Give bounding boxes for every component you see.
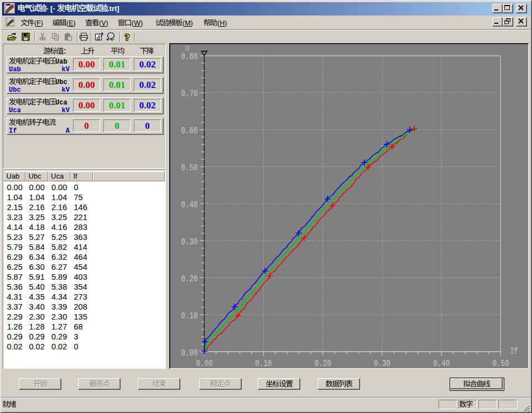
svg-text:Uca: Uca: [51, 172, 64, 180]
svg-text:Uca: Uca: [55, 99, 67, 107]
svg-text:0.80: 0.80: [181, 52, 198, 62]
svg-text:0: 0: [74, 342, 79, 351]
svg-text:0: 0: [114, 121, 119, 131]
svg-text:If: If: [74, 172, 78, 180]
svg-text:2.16: 2.16: [51, 203, 67, 212]
svg-text:3.40: 3.40: [29, 302, 45, 311]
svg-text:3.23: 3.23: [7, 213, 23, 222]
svg-text:5.25: 5.25: [51, 233, 67, 242]
svg-text:5.36: 5.36: [7, 283, 23, 291]
svg-text:0.02: 0.02: [7, 342, 23, 351]
svg-text:0.02: 0.02: [139, 80, 156, 90]
svg-text:3.39: 3.39: [51, 302, 67, 311]
svg-text:1.26: 1.26: [7, 322, 23, 331]
svg-text:If: If: [510, 347, 518, 357]
svg-text:1.04: 1.04: [29, 193, 45, 202]
svg-text:221: 221: [74, 213, 87, 222]
svg-text:0.00: 0.00: [181, 348, 198, 358]
svg-text:3.37: 3.37: [7, 302, 23, 311]
svg-text:0.00: 0.00: [196, 359, 212, 369]
svg-text:6.34: 6.34: [29, 253, 45, 262]
svg-text:5.38: 5.38: [51, 283, 67, 291]
svg-text:273: 273: [74, 292, 87, 301]
svg-text:?: ?: [125, 32, 130, 43]
svg-text:146: 146: [74, 203, 87, 212]
svg-text:464: 464: [74, 253, 87, 262]
svg-text:454: 454: [74, 263, 87, 271]
svg-text:4.18: 4.18: [29, 223, 45, 232]
svg-text:(H): (H): [217, 19, 227, 27]
svg-text:.trt]: .trt]: [107, 4, 119, 13]
svg-text:(M): (M): [182, 19, 193, 27]
svg-text:68: 68: [74, 322, 83, 331]
svg-text:0.70: 0.70: [181, 89, 198, 99]
svg-text:4.35: 4.35: [29, 292, 45, 301]
svg-text:Uca: Uca: [9, 107, 21, 114]
svg-text:(E): (E): [66, 19, 76, 27]
svg-text:2.29: 2.29: [7, 312, 23, 321]
svg-text:5.87: 5.87: [7, 273, 23, 281]
svg-text:3.25: 3.25: [29, 213, 45, 222]
svg-text:0.20: 0.20: [181, 274, 198, 284]
svg-text:Ubc: Ubc: [9, 86, 21, 94]
svg-text:0.29: 0.29: [51, 332, 67, 341]
svg-text:0.50: 0.50: [181, 163, 198, 173]
svg-text:5.82: 5.82: [51, 243, 67, 252]
svg-text:2.30: 2.30: [51, 312, 67, 321]
svg-text:414: 414: [74, 243, 87, 252]
svg-text:Uab: Uab: [9, 66, 21, 74]
svg-text:5.79: 5.79: [7, 243, 23, 252]
svg-text:6.32: 6.32: [51, 253, 67, 262]
svg-text:0.02: 0.02: [139, 59, 156, 70]
svg-text:3.25: 3.25: [51, 213, 67, 222]
svg-text:U: U: [186, 44, 190, 53]
svg-text:0.00: 0.00: [79, 59, 95, 70]
svg-text:0.00: 0.00: [79, 80, 95, 90]
svg-text:(W): (W): [132, 19, 143, 27]
svg-text:A: A: [66, 127, 70, 135]
svg-text:1.28: 1.28: [29, 322, 45, 331]
svg-text:5.91: 5.91: [29, 273, 45, 281]
svg-text:5.40: 5.40: [29, 283, 45, 291]
svg-text:1.04: 1.04: [7, 193, 23, 202]
svg-text:403: 403: [74, 273, 87, 281]
svg-text:75: 75: [74, 193, 83, 202]
svg-text:4.16: 4.16: [51, 223, 67, 232]
svg-text:283: 283: [74, 223, 87, 232]
svg-text:0.00: 0.00: [7, 183, 23, 192]
svg-text:0: 0: [74, 183, 79, 192]
svg-text:0: 0: [145, 121, 150, 131]
svg-text:6.30: 6.30: [29, 263, 45, 271]
svg-text:(V): (V): [99, 19, 108, 27]
svg-text:208: 208: [74, 302, 87, 311]
svg-text:kV: kV: [62, 66, 70, 74]
svg-text:1.27: 1.27: [51, 322, 67, 331]
svg-text:0.30: 0.30: [374, 359, 390, 369]
svg-text:4.14: 4.14: [7, 223, 23, 232]
svg-text:0.50: 0.50: [492, 359, 509, 369]
svg-text:0.40: 0.40: [433, 359, 450, 369]
svg-text:2.30: 2.30: [29, 312, 45, 321]
svg-text:0.00: 0.00: [51, 183, 67, 192]
svg-text:kV: kV: [62, 86, 70, 94]
svg-text:5.84: 5.84: [29, 243, 45, 252]
svg-text:0.01: 0.01: [109, 100, 126, 111]
svg-text:Uab: Uab: [7, 172, 20, 180]
svg-text:5.27: 5.27: [29, 233, 45, 242]
svg-text:5.89: 5.89: [51, 273, 67, 281]
svg-text:4.31: 4.31: [7, 292, 23, 301]
svg-text:5.23: 5.23: [7, 233, 23, 242]
svg-text:0.01: 0.01: [109, 80, 126, 90]
svg-text:(F): (F): [34, 19, 43, 27]
svg-text:kV: kV: [62, 107, 70, 114]
svg-text:0.10: 0.10: [181, 311, 198, 321]
svg-text:0.01: 0.01: [109, 59, 126, 70]
svg-text:2.16: 2.16: [29, 203, 45, 212]
svg-text:2.15: 2.15: [7, 203, 23, 212]
svg-text:6.27: 6.27: [51, 263, 67, 271]
svg-text:0.30: 0.30: [181, 237, 198, 247]
svg-text:0.29: 0.29: [29, 332, 45, 341]
svg-text:0.20: 0.20: [315, 359, 331, 369]
svg-text:0: 0: [84, 121, 89, 131]
svg-text:Uab: Uab: [55, 58, 67, 66]
